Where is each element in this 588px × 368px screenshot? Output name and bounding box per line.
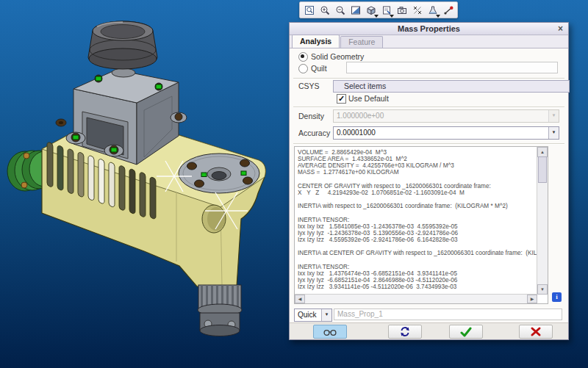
model-viewport[interactable] [0, 0, 294, 368]
close-icon[interactable]: × [558, 24, 563, 34]
results-listing: VOLUME = 2.8865429e-04 M^3 SURFACE AREA … [294, 146, 548, 304]
scroll-left-icon[interactable]: ◀ [295, 295, 305, 303]
name-mode-value: Quick [298, 310, 320, 320]
dialog-title: Mass Properties [398, 24, 460, 33]
scrollbar-thumb[interactable] [538, 156, 547, 183]
tab-strip: Analysis Feature [290, 35, 568, 48]
scroll-up-icon[interactable]: ▲ [537, 147, 548, 157]
refresh-button[interactable] [388, 325, 422, 339]
fill-view-icon[interactable] [348, 2, 363, 18]
results-text: VOLUME = 2.8865429e-04 M^3 SURFACE AREA … [295, 147, 537, 295]
separator [293, 107, 564, 108]
mass-properties-dialog: Mass Properties × Analysis Feature Solid… [289, 22, 569, 340]
radio-solid-geometry-label: Solid Geometry [311, 52, 364, 61]
output-shaft [198, 285, 242, 336]
scroll-right-icon[interactable]: ▶ [527, 295, 537, 303]
accuracy-combo[interactable]: 0.00001000 ▼ [333, 126, 559, 140]
snapshot-icon[interactable] [379, 2, 394, 18]
accuracy-label: Accuracy [298, 129, 330, 137]
cancel-button[interactable] [519, 325, 553, 339]
select-items-button[interactable]: Select items [333, 80, 570, 93]
x-icon [530, 326, 542, 337]
density-label: Density [298, 112, 324, 120]
radio-quilt[interactable] [298, 64, 308, 73]
density-combo: 1.000000e+00 ▼ [333, 109, 559, 123]
scroll-down-icon[interactable]: ▼ [537, 284, 548, 295]
vertical-scrollbar[interactable]: ▲ ▼ [537, 147, 548, 295]
information-icon[interactable]: i [552, 292, 562, 302]
separator [293, 78, 564, 79]
csys-label: CSYS [298, 82, 320, 90]
refresh-icon [399, 326, 411, 337]
view-toolbar [299, 1, 458, 18]
separator [293, 143, 564, 145]
use-default-label: Use Default [348, 94, 389, 103]
fit-view-icon[interactable] [301, 2, 317, 18]
radio-dot [301, 54, 304, 58]
ok-button[interactable] [449, 325, 483, 339]
tab-feature[interactable]: Feature [340, 36, 383, 48]
scrollbar-corner [537, 295, 548, 303]
chevron-down-icon[interactable]: ▼ [321, 309, 331, 321]
checkmark-icon [459, 326, 473, 337]
name-mode-combo[interactable]: Quick ▼ [294, 309, 332, 322]
vector-point-icon[interactable] [440, 2, 456, 18]
feature-name-field[interactable]: Mass_Prop_1 [334, 309, 562, 320]
horizontal-scrollbar[interactable]: ◀ ▶ [295, 294, 537, 303]
knob [88, 21, 157, 77]
glasses-icon [323, 327, 337, 337]
density-value: 1.000000e+00 [337, 111, 547, 121]
use-default-checkbox[interactable]: ✓ [337, 94, 346, 104]
chevron-down-icon[interactable]: ▼ [548, 127, 559, 139]
wireframe-toggle-icon[interactable] [409, 2, 425, 18]
application-window: Mass Properties × Analysis Feature Solid… [0, 0, 588, 368]
measure-body-icon[interactable] [425, 2, 440, 18]
orient-view-icon[interactable] [363, 2, 379, 18]
radio-solid-geometry[interactable] [298, 52, 308, 62]
radio-quilt-label: Quilt [311, 64, 327, 73]
accuracy-value: 0.00001000 [337, 128, 547, 138]
chevron-down-icon: ▼ [548, 110, 559, 122]
zoom-in-icon[interactable] [317, 2, 332, 18]
top-plate [179, 154, 259, 193]
camera-icon[interactable] [394, 2, 409, 18]
dialog-footer [290, 322, 568, 339]
quilt-selection-field[interactable] [346, 62, 558, 73]
zoom-out-icon[interactable] [332, 2, 348, 18]
tab-analysis[interactable]: Analysis [292, 35, 340, 48]
show-result-button[interactable] [313, 325, 347, 339]
dialog-titlebar[interactable]: Mass Properties × [290, 23, 568, 35]
